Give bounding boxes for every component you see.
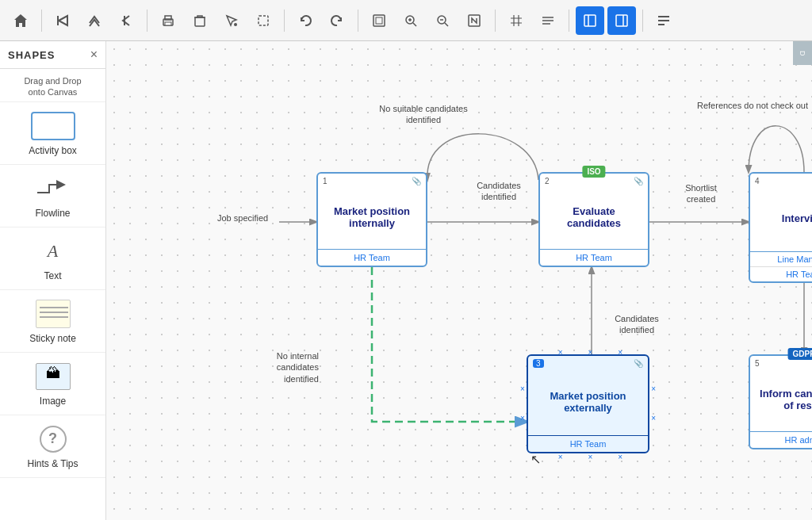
label-candidates-id2: Candidatesidentified (601, 313, 672, 336)
node-4-interview[interactable]: 4 📎 Interview Line Manager HR Team (749, 172, 812, 283)
diagram-canvas[interactable]: D (106, 41, 812, 520)
label-candidates-id: Candidatesidentified (463, 180, 534, 203)
node-1-number: 1 (323, 177, 327, 185)
activity-box-label: Activity box (29, 145, 77, 156)
svg-rect-5 (259, 16, 268, 25)
node-2-iso-badge: ISO (582, 166, 605, 178)
panel1-button[interactable] (576, 6, 604, 35)
zoom-in-button[interactable] (396, 6, 425, 35)
node-4-header: 4 📎 (750, 174, 812, 185)
label-no-internal: No internalcandidatesidentified (232, 350, 319, 384)
svg-rect-6 (373, 15, 385, 26)
sidebar-item-image[interactable]: Image (0, 353, 105, 415)
node-4-number: 4 (755, 177, 760, 185)
panel2-button[interactable] (607, 6, 636, 35)
label-shortlist: Shortlistcreated (665, 182, 737, 205)
node-2-evaluate-candidates[interactable]: ISO 2 📎 Evaluatecandidates HR Team (538, 172, 649, 267)
prev-button[interactable] (112, 6, 140, 35)
sidebar-item-sticky-note[interactable]: Sticky note (0, 290, 105, 353)
grid-button[interactable] (502, 6, 530, 35)
svg-point-4 (234, 23, 237, 26)
separator (41, 10, 42, 32)
sidebar-item-flowline[interactable]: Flowline (0, 165, 105, 228)
node-1-market-internal[interactable]: 1 📎 Market positioninternally HR Team (316, 172, 427, 267)
sticky-note-icon-preview (29, 298, 77, 330)
separator (284, 10, 285, 32)
node-1-header: 1 📎 (318, 174, 426, 185)
label-no-suitable: No suitable candidatesidentified (376, 103, 471, 126)
text-label: Text (44, 270, 61, 281)
separator (358, 10, 358, 32)
node-3-number: 3 (533, 359, 544, 368)
node-3-header: 3 📎 (528, 356, 648, 368)
separator (147, 10, 147, 32)
separator (495, 10, 496, 32)
sidebar-title: SHAPES (8, 49, 55, 61)
drag-drop-label: Drag and Droponto Canvas (0, 69, 105, 102)
node-4-footer2: HR Team (750, 266, 812, 281)
svg-rect-3 (195, 17, 205, 26)
page-up-button[interactable] (80, 6, 109, 35)
delete-button[interactable] (186, 6, 214, 35)
node-4-title: Interview (750, 185, 812, 251)
skip-start-button[interactable] (48, 6, 77, 35)
text-icon-preview: A (29, 235, 77, 267)
svg-rect-2 (165, 22, 171, 25)
node-5-title: Inform candidatesof result (750, 368, 812, 431)
node-5-inform-candidates[interactable]: GDPR 5 📎 Inform candidatesof result HR a… (749, 354, 812, 449)
hints-tips-label: Hints & Tips (27, 458, 78, 469)
actual-size-button[interactable] (460, 6, 488, 35)
svg-rect-12 (616, 15, 627, 26)
separator (642, 10, 643, 32)
node-1-clip-icon: 📎 (412, 177, 421, 185)
cursor-indicator: ↖ (530, 452, 541, 467)
node-5-gdpr-badge: GDPR (788, 348, 812, 360)
node-5-number: 5 (755, 359, 760, 368)
svg-rect-11 (584, 15, 596, 26)
node-2-footer: HR Team (540, 249, 648, 266)
image-icon-preview (29, 361, 77, 392)
label-decision-made: Decision made (802, 331, 812, 342)
node-5-footer: HR admin (750, 431, 812, 448)
image-label: Image (40, 396, 66, 407)
print-button[interactable] (154, 6, 182, 35)
undo-button[interactable] (291, 6, 320, 35)
activity-box-icon-preview (29, 110, 77, 142)
sidebar-item-hints-tips[interactable]: ? Hints & Tips (0, 415, 105, 478)
select-button[interactable] (249, 6, 278, 35)
close-sidebar-button[interactable]: × (90, 48, 98, 62)
flowline-icon-preview (29, 173, 77, 205)
shapes-sidebar: SHAPES × Drag and Droponto Canvas Activi… (0, 41, 106, 520)
redo-button[interactable] (323, 6, 351, 35)
format-button[interactable] (217, 6, 246, 35)
zoom-out-button[interactable] (428, 6, 457, 35)
home-button[interactable] (6, 6, 35, 35)
sticky-note-label: Sticky note (29, 333, 76, 344)
node-1-title: Market positioninternally (318, 185, 426, 249)
node-3-title: Market positionexternally (528, 368, 648, 435)
hints-icon-preview: ? (29, 423, 77, 455)
fit-page-button[interactable] (365, 6, 393, 35)
node-4-footer1: Line Manager (750, 251, 812, 266)
svg-rect-1 (165, 16, 171, 20)
svg-rect-7 (376, 17, 382, 24)
right-panel-hint: D (793, 41, 812, 65)
node-2-clip-icon: 📎 (634, 177, 643, 185)
node-2-title: Evaluatecandidates (540, 185, 648, 249)
align-button[interactable] (534, 6, 562, 35)
properties-button[interactable] (649, 6, 678, 35)
node-3-clip-icon: 📎 (634, 359, 643, 368)
separator (569, 10, 569, 32)
label-job-specified: Job specified (217, 212, 268, 224)
sidebar-item-activity-box[interactable]: Activity box (0, 102, 105, 165)
node-1-footer: HR Team (318, 249, 426, 266)
toolbar (0, 0, 812, 41)
main-area: SHAPES × Drag and Droponto Canvas Activi… (0, 41, 812, 520)
label-references: References do not check out (681, 100, 812, 111)
sidebar-header: SHAPES × (0, 41, 105, 69)
node-3-market-external[interactable]: 3 📎 Market positionexternally HR Team × … (527, 354, 649, 453)
node-3-footer: HR Team (528, 435, 648, 452)
flowline-label: Flowline (35, 208, 70, 219)
node-2-number: 2 (545, 177, 550, 185)
sidebar-item-text[interactable]: A Text (0, 228, 105, 290)
